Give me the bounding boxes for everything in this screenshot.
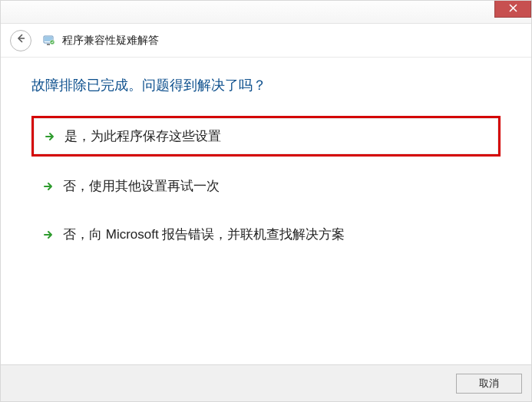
arrow-right-icon [45,131,55,142]
option-label: 否，向 Microsoft 报告错误，并联机查找解决方案 [63,226,345,243]
option-report-microsoft[interactable]: 否，向 Microsoft 报告错误，并联机查找解决方案 [31,216,501,253]
options-list: 是，为此程序保存这些设置 否，使用其他设置再试一次 否，向 Microsoft … [31,116,501,253]
app-title: 程序兼容性疑难解答 [62,34,159,48]
option-label: 是，为此程序保存这些设置 [64,127,221,145]
option-save-settings[interactable]: 是，为此程序保存这些设置 [31,116,501,157]
troubleshoot-icon [42,34,56,48]
svg-rect-2 [47,44,50,45]
option-try-again[interactable]: 否，使用其他设置再试一次 [31,167,501,205]
back-button[interactable] [10,30,31,51]
back-arrow-icon [15,33,26,46]
window-frame: 程序兼容性疑难解答 故障排除已完成。问题得到解决了吗？ 是，为此程序保存这些设置 [0,0,532,402]
header: 程序兼容性疑难解答 [1,24,531,58]
question-heading: 故障排除已完成。问题得到解决了吗？ [31,76,501,94]
content-area: 故障排除已完成。问题得到解决了吗？ 是，为此程序保存这些设置 否，使用其他设置再… [1,58,531,253]
titlebar [1,1,531,24]
arrow-right-icon [43,181,54,192]
option-label: 否，使用其他设置再试一次 [63,177,220,195]
arrow-right-icon [43,229,54,240]
cancel-button[interactable]: 取消 [456,374,522,394]
close-button[interactable] [494,1,531,18]
close-icon [509,4,517,15]
footer: 取消 [1,364,531,401]
